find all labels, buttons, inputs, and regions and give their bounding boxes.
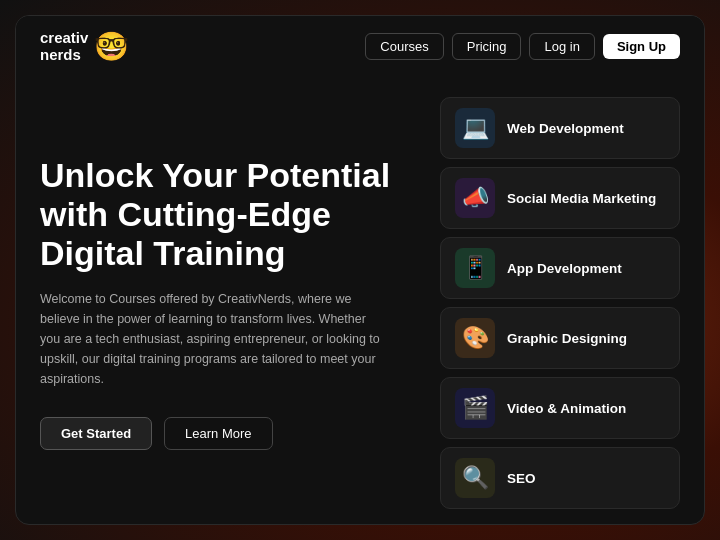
nav-courses[interactable]: Courses [365, 33, 443, 60]
course-name-2: App Development [507, 261, 622, 276]
hero-description: Welcome to Courses offered by CreativNer… [40, 289, 380, 389]
course-icon-1: 📣 [455, 178, 495, 218]
logo-emoji: 🤓 [94, 30, 129, 63]
nav-pricing[interactable]: Pricing [452, 33, 522, 60]
course-card[interactable]: 📱App Development [440, 237, 680, 299]
course-icon-0: 💻 [455, 108, 495, 148]
course-icon-5: 🔍 [455, 458, 495, 498]
logo-text: creativnerds [40, 30, 88, 63]
nav: Courses Pricing Log in Sign Up [365, 33, 680, 60]
course-card[interactable]: 🔍SEO [440, 447, 680, 509]
course-icon-4: 🎬 [455, 388, 495, 428]
course-card[interactable]: 📣Social Media Marketing [440, 167, 680, 229]
course-card[interactable]: 🎨Graphic Designing [440, 307, 680, 369]
course-card[interactable]: 🎬Video & Animation [440, 377, 680, 439]
course-icon-3: 🎨 [455, 318, 495, 358]
course-name-3: Graphic Designing [507, 331, 627, 346]
courses-list: 💻Web Development📣Social Media Marketing📱… [440, 97, 680, 509]
get-started-button[interactable]: Get Started [40, 417, 152, 450]
course-card[interactable]: 💻Web Development [440, 97, 680, 159]
hero-section: Unlock Your Potential with Cutting-Edge … [40, 97, 416, 509]
course-icon-2: 📱 [455, 248, 495, 288]
logo: creativnerds 🤓 [40, 30, 129, 63]
course-name-5: SEO [507, 471, 536, 486]
main-content: Unlock Your Potential with Cutting-Edge … [16, 77, 704, 525]
nav-signup[interactable]: Sign Up [603, 34, 680, 59]
app-window: creativnerds 🤓 Courses Pricing Log in Si… [15, 15, 705, 525]
course-name-4: Video & Animation [507, 401, 626, 416]
course-name-1: Social Media Marketing [507, 191, 656, 206]
nav-login[interactable]: Log in [529, 33, 594, 60]
course-name-0: Web Development [507, 121, 624, 136]
cta-buttons: Get Started Learn More [40, 417, 406, 450]
header: creativnerds 🤓 Courses Pricing Log in Si… [16, 16, 704, 77]
hero-title: Unlock Your Potential with Cutting-Edge … [40, 156, 406, 273]
learn-more-button[interactable]: Learn More [164, 417, 272, 450]
